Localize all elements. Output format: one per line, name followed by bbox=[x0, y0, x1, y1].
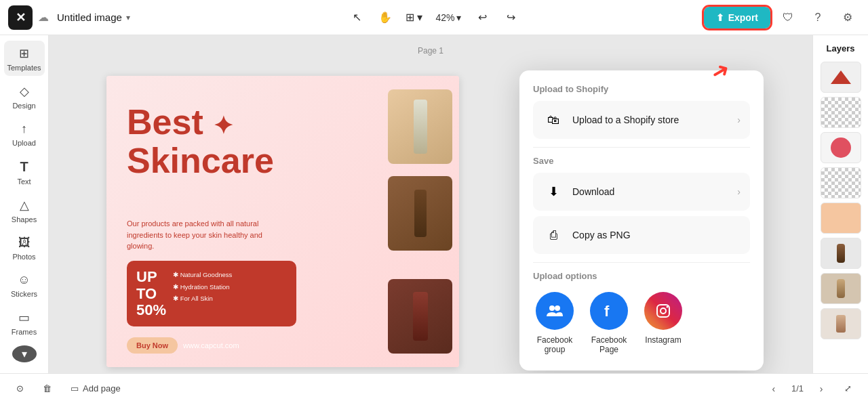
svg-point-0 bbox=[549, 305, 555, 311]
stickers-icon: ☺ bbox=[18, 273, 30, 287]
prev-page-button[interactable]: ‹ bbox=[764, 379, 783, 398]
download-option-left: ⬇ Download bbox=[542, 181, 614, 203]
shapes-icon: △ bbox=[20, 198, 29, 213]
save-section-title: Save bbox=[533, 156, 750, 166]
sidebar-item-photos[interactable]: 🖼 Photos bbox=[4, 230, 45, 265]
download-chevron-icon: › bbox=[737, 186, 741, 197]
topbar: ✕ ☁ Untitled image ▾ ↖ ✋ ⊞ ▾ 42% ▾ ↩ ↪ ⬆… bbox=[0, 0, 868, 35]
circle-layer bbox=[831, 137, 851, 158]
sidebar-item-frames[interactable]: ▭ Frames bbox=[4, 305, 45, 340]
sidebar-collapse-button[interactable]: ▾ bbox=[12, 345, 37, 362]
shopify-icon: 🛍 bbox=[542, 109, 564, 131]
canvas-background: Best ✦Skincare Our products are packed w… bbox=[106, 76, 459, 367]
svg-point-5 bbox=[667, 306, 669, 308]
upload-icon: ↑ bbox=[21, 122, 27, 136]
export-arrow: ➜ bbox=[706, 56, 734, 87]
canvas-frame[interactable]: Best ✦Skincare Our products are packed w… bbox=[106, 76, 459, 367]
download-button[interactable]: ⬇ Download › bbox=[533, 173, 750, 211]
help-button[interactable]: ? bbox=[806, 5, 830, 30]
layer-thumb-6[interactable] bbox=[821, 238, 861, 269]
zoom-level: 42% bbox=[435, 12, 454, 23]
facebook-group-label: Facebookgroup bbox=[537, 335, 573, 354]
facebook-page-label: FacebookPage bbox=[591, 335, 627, 354]
add-page-button[interactable]: ▭ Add page bbox=[65, 379, 126, 398]
redo-button[interactable]: ↪ bbox=[499, 5, 524, 30]
canvas-btn-row: Buy Now www.capcut.com bbox=[127, 337, 239, 354]
copy-png-left: ⎙ Copy as PNG bbox=[542, 224, 631, 246]
svg-point-4 bbox=[660, 308, 666, 314]
copy-png-label: Copy as PNG bbox=[572, 230, 631, 240]
settings-button[interactable]: ⚙ bbox=[835, 5, 860, 30]
templates-icon: ⊞ bbox=[19, 46, 29, 61]
bottombar: ⊙ 🗑 ▭ Add page ‹ 1/1 › ⤢ bbox=[0, 373, 868, 403]
sidebar-item-text-label: Text bbox=[17, 177, 31, 186]
zoom-control[interactable]: 42% ▾ bbox=[430, 9, 466, 26]
title-chevron-icon[interactable]: ▾ bbox=[126, 13, 130, 22]
sidebar-item-text[interactable]: T Text bbox=[4, 154, 45, 190]
svg-point-1 bbox=[555, 305, 560, 311]
instagram-label: Instagram bbox=[645, 335, 681, 345]
trash-icon: 🗑 bbox=[43, 383, 52, 394]
layer-thumb-8[interactable] bbox=[821, 308, 861, 339]
sidebar-item-templates[interactable]: ⊞ Templates bbox=[4, 41, 45, 76]
layer-thumb-1[interactable] bbox=[821, 62, 861, 93]
download-option-label: Download bbox=[572, 186, 614, 197]
topbar-right-controls: ⬆ Export 🛡 ? ⚙ bbox=[704, 5, 860, 30]
layer-thumb-3[interactable] bbox=[821, 132, 861, 163]
add-page-label: Add page bbox=[83, 383, 121, 394]
next-page-button[interactable]: › bbox=[812, 379, 831, 398]
buy-now-button[interactable]: Buy Now bbox=[127, 337, 178, 354]
layer-thumb-7[interactable] bbox=[821, 273, 861, 304]
copy-png-icon: ⎙ bbox=[542, 224, 564, 246]
copy-page-button[interactable]: ⊙ bbox=[11, 379, 29, 398]
grid-tool-button[interactable]: ⊞ ▾ bbox=[401, 5, 426, 30]
promo-percent: UPTO50% bbox=[136, 269, 166, 318]
shopify-chevron-icon: › bbox=[737, 114, 741, 125]
copy-png-button[interactable]: ⎙ Copy as PNG bbox=[533, 216, 750, 254]
page-info: 1/1 bbox=[791, 383, 804, 394]
design-icon: ◇ bbox=[20, 84, 29, 99]
shield-button[interactable]: 🛡 bbox=[776, 5, 800, 30]
sidebar-item-upload[interactable]: ↑ Upload bbox=[4, 116, 45, 151]
export-button[interactable]: ⬆ Export bbox=[704, 7, 770, 28]
upload-options-row: Facebookgroup f FacebookPage bbox=[533, 289, 750, 357]
facebook-group-option[interactable]: Facebookgroup bbox=[533, 289, 576, 357]
app-logo[interactable]: ✕ bbox=[8, 5, 33, 30]
shopify-option-label: Upload to a Shopify store bbox=[572, 114, 679, 125]
hand-tool-button[interactable]: ✋ bbox=[373, 5, 397, 30]
cloud-icon: ☁ bbox=[38, 11, 49, 24]
product-image-2 bbox=[388, 176, 452, 251]
layer-thumb-4[interactable] bbox=[821, 167, 861, 198]
frames-icon: ▭ bbox=[18, 310, 30, 325]
product-image-1 bbox=[388, 89, 452, 164]
sidebar-item-photos-label: Photos bbox=[12, 253, 35, 261]
export-dropdown: ➜ Upload to Shopify 🛍 Upload to a Shopif… bbox=[519, 70, 764, 370]
canvas-url: www.capcut.com bbox=[183, 337, 239, 354]
delete-page-button[interactable]: 🗑 bbox=[37, 379, 57, 398]
sidebar-item-stickers-label: Stickers bbox=[11, 290, 37, 298]
svg-marker-6 bbox=[831, 70, 851, 84]
page-label: Page 1 bbox=[418, 46, 443, 56]
sidebar-item-upload-label: Upload bbox=[12, 139, 36, 147]
text-icon: T bbox=[20, 159, 28, 175]
canvas-area[interactable]: Page 1 Best ✦Skincare Our products are p… bbox=[49, 35, 812, 373]
instagram-option[interactable]: Instagram bbox=[642, 289, 685, 357]
undo-button[interactable]: ↩ bbox=[471, 5, 495, 30]
shopify-upload-button[interactable]: 🛍 Upload to a Shopify store › bbox=[533, 101, 750, 139]
sidebar-item-templates-label: Templates bbox=[7, 64, 41, 72]
layer-thumb-2[interactable] bbox=[821, 97, 861, 128]
sidebar-item-stickers[interactable]: ☺ Stickers bbox=[4, 268, 45, 302]
export-label: Export bbox=[728, 12, 758, 23]
fullscreen-button[interactable]: ⤢ bbox=[839, 379, 857, 398]
document-title[interactable]: Untitled image bbox=[57, 12, 122, 23]
canvas-title: Best ✦Skincare bbox=[127, 103, 274, 180]
sidebar-item-design[interactable]: ◇ Design bbox=[4, 79, 45, 114]
layer-thumb-5[interactable] bbox=[821, 203, 861, 234]
divider-1 bbox=[533, 147, 750, 148]
sidebar-item-shapes[interactable]: △ Shapes bbox=[4, 192, 45, 228]
facebook-page-option[interactable]: f FacebookPage bbox=[587, 289, 631, 357]
select-tool-button[interactable]: ↖ bbox=[344, 5, 369, 30]
main-layout: ⊞ Templates ◇ Design ↑ Upload T Text △ S… bbox=[0, 35, 868, 373]
upload-options-title: Upload options bbox=[533, 271, 750, 281]
shopify-option-left: 🛍 Upload to a Shopify store bbox=[542, 109, 679, 131]
